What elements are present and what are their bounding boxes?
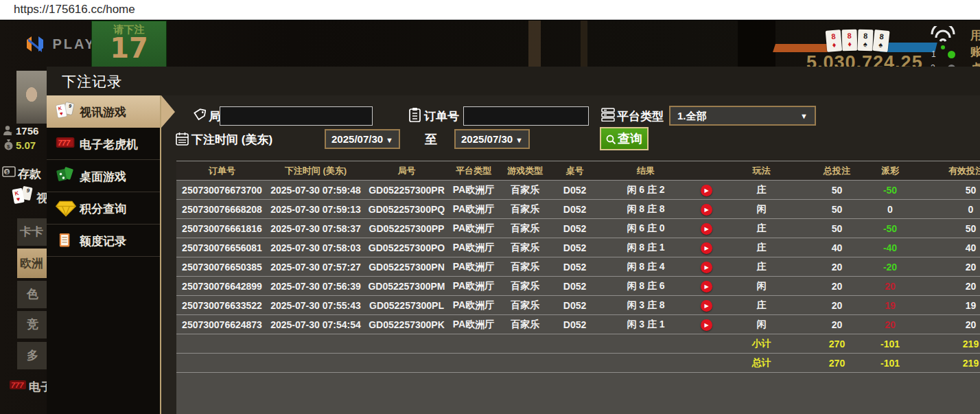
video-cards-icon: 9 K ♥	[11, 185, 36, 207]
browser-address-bar[interactable]: https://175616.cc/home	[0, 0, 980, 20]
svg-text:$: $	[7, 143, 10, 150]
platform-type-label: 平台类型	[617, 108, 664, 124]
countdown-number: 17	[92, 36, 166, 60]
cell-play: 庄	[719, 219, 804, 238]
cell-game: GD052257300PP	[364, 219, 450, 238]
date-to-picker[interactable]: 2025/07/30▼	[454, 129, 530, 149]
playing-card: 8♦	[841, 30, 857, 51]
bg-nav-item[interactable]: 多	[17, 342, 47, 369]
subtotal-payout: -101	[870, 334, 911, 354]
cell-game: GD052257300PN	[364, 257, 450, 277]
replay-button[interactable]: ▶	[701, 204, 712, 216]
cell-valid: 20	[911, 257, 980, 277]
cell-payout: 0	[870, 200, 911, 219]
chevron-down-icon: ▼	[800, 108, 808, 125]
order-no-input[interactable]	[463, 106, 589, 126]
cell-result: 闲 8 庄 1	[597, 238, 695, 257]
bet-countdown-panel: 请下注 17	[91, 21, 167, 69]
bet-records-table: 订单号 下注时间 (美东) 局号 平台类型 游戏类型 桌号 结果 玩法 总投注 …	[176, 161, 980, 373]
bg-nav-item[interactable]: 竞	[17, 311, 47, 338]
bg-nav-item-active[interactable]: 欧洲	[17, 249, 47, 278]
modal-title-bar: 下注记录	[47, 67, 980, 95]
banker-score-bar	[880, 43, 937, 52]
cell-game: GD052257300PR	[364, 181, 450, 200]
search-button-label: 查询	[618, 132, 642, 146]
clipboard-icon	[408, 107, 421, 122]
search-button[interactable]: 查询	[600, 127, 649, 150]
replay-button[interactable]: ▶	[701, 262, 712, 273]
order-no-label: 订单号	[424, 108, 459, 124]
cell-valid: 19	[911, 296, 980, 315]
sidebar-item-video-games[interactable]: 9 K ♥ 视讯游戏	[47, 95, 160, 128]
table-games-icon	[55, 165, 77, 186]
cell-type: 百家乐	[498, 181, 552, 200]
active-item-arrow	[161, 95, 175, 128]
date-from-picker[interactable]: 2025/07/30▼	[325, 129, 400, 149]
modal-sidebar: 9 K ♥ 视讯游戏 777 电子老虎机 桌面游戏	[47, 95, 161, 414]
col-order: 订单号	[176, 161, 268, 181]
cell-time: 2025-07-30 07:58:37	[268, 219, 364, 238]
sidebar-item-table-games[interactable]: 桌面游戏	[47, 160, 160, 192]
platform-type-select[interactable]: 1.全部 ▼	[669, 106, 816, 126]
platform-stack-icon	[601, 108, 615, 122]
table-row: 250730076650385 2025-07-30 07:57:27 GD05…	[176, 257, 980, 277]
cell-platform: PA欧洲厅	[450, 181, 498, 200]
cell-payout: -40	[870, 238, 911, 257]
cell-bet: 20	[804, 296, 870, 315]
sidebar-item-slots[interactable]: 777 电子老虎机	[47, 128, 160, 160]
replay-button[interactable]: ▶	[701, 242, 712, 254]
game-no-input[interactable]	[220, 106, 373, 126]
col-type: 游戏类型	[498, 161, 552, 181]
replay-button[interactable]: ▶	[701, 223, 712, 235]
wood-beam	[528, 21, 541, 69]
subtotal-label: 小计	[719, 334, 804, 354]
deposit-label[interactable]: 存款	[18, 166, 41, 182]
replay-button[interactable]: ▶	[701, 300, 712, 312]
cell-table: D052	[552, 315, 597, 334]
video-cards-icon: 9 K ♥	[55, 101, 77, 122]
cell-time: 2025-07-30 07:55:43	[268, 296, 364, 315]
col-replay	[695, 161, 719, 181]
replay-button[interactable]: ▶	[701, 185, 712, 196]
cell-result: 闲 6 庄 2	[597, 181, 695, 200]
table-list-number: 1	[931, 49, 936, 59]
cell-bet: 20	[804, 277, 870, 296]
cell-platform: PA欧洲厅	[450, 315, 498, 334]
subtotal-valid: 219	[911, 334, 980, 354]
online-users-icon: *	[3, 125, 14, 136]
cell-bet: 40	[804, 238, 870, 257]
bg-nav-item[interactable]: 卡卡	[17, 218, 47, 246]
cell-bet: 20	[804, 257, 870, 277]
playing-card: 8♠	[857, 30, 873, 51]
cell-valid: 20	[911, 277, 980, 296]
table-row: 250730076624873 2025-07-30 07:54:54 GD05…	[176, 315, 980, 334]
sidebar-item-points[interactable]: 积分查询	[47, 192, 160, 225]
cell-valid: 40	[911, 238, 980, 257]
cell-table: D052	[552, 238, 597, 257]
cell-payout: -20	[870, 257, 911, 277]
cell-type: 百家乐	[498, 315, 552, 334]
tag-icon	[193, 108, 206, 122]
col-bet: 总投注	[804, 161, 870, 181]
cell-order: 250730076673700	[176, 181, 268, 200]
cell-type: 百家乐	[498, 238, 552, 257]
cell-valid: 50	[911, 219, 980, 238]
cell-game: GD052257300PL	[364, 296, 450, 315]
cell-play: 庄	[719, 181, 804, 200]
replay-button[interactable]: ▶	[701, 281, 712, 292]
total-row: 总计 270 -101 219	[176, 354, 980, 373]
sidebar-item-quota-records[interactable]: 额度记录	[47, 225, 160, 257]
cell-payout: -50	[870, 181, 911, 200]
cell-order: 250730076668208	[176, 200, 268, 219]
cell-play: 庄	[719, 296, 804, 315]
player-score-bar	[773, 44, 830, 52]
url-text[interactable]: https://175616.cc/home	[14, 3, 135, 16]
cell-time: 2025-07-30 07:59:48	[268, 181, 364, 200]
col-time: 下注时间 (美东)	[268, 161, 364, 181]
svg-text:$: $	[5, 169, 9, 175]
replay-button[interactable]: ▶	[701, 319, 712, 331]
cell-valid: 50	[911, 181, 980, 200]
cell-game: GD052257300PM	[364, 277, 450, 296]
col-game: 局号	[364, 161, 450, 181]
bg-nav-item[interactable]: 色	[17, 281, 47, 308]
